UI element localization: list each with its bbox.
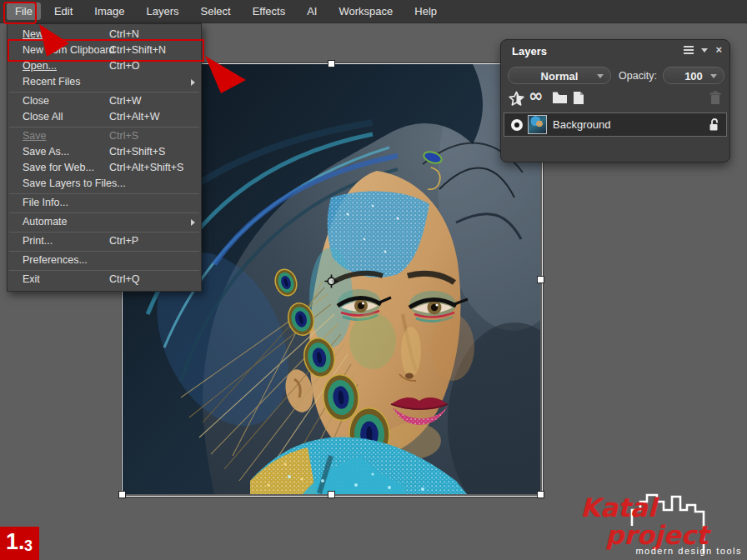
menu-item-label: New bbox=[23, 28, 43, 40]
menubar-item-file[interactable]: File bbox=[7, 2, 41, 20]
menu-item-close-all[interactable]: Close AllCtrl+Alt+W bbox=[8, 109, 201, 125]
menu-item-new[interactable]: NewCtrl+N bbox=[8, 27, 201, 42]
application-window: FileEditImageLayersSelectEffectsAIWorksp… bbox=[0, 0, 747, 560]
chevron-down-icon bbox=[710, 74, 717, 78]
menubar-item-select[interactable]: Select bbox=[193, 2, 239, 20]
delete-trash-icon bbox=[709, 91, 721, 105]
close-icon[interactable]: × bbox=[715, 45, 722, 55]
menu-item-close[interactable]: CloseCtrl+W bbox=[8, 93, 201, 109]
collapse-icon[interactable] bbox=[701, 48, 708, 52]
menu-item-label: Save bbox=[23, 130, 47, 142]
menu-item-label: Print... bbox=[23, 235, 53, 247]
menubar-item-workspace[interactable]: Workspace bbox=[330, 2, 401, 20]
menu-item-label: Preferences... bbox=[23, 254, 88, 266]
menu-item-open[interactable]: Open...Ctrl+O bbox=[8, 58, 201, 74]
menu-item-shortcut: Ctrl+Shift+N bbox=[109, 42, 166, 58]
menu-item-automate[interactable]: Automate bbox=[8, 214, 201, 230]
menubar-item-ai[interactable]: AI bbox=[298, 2, 325, 20]
menubar-item-layers[interactable]: Layers bbox=[138, 2, 188, 20]
transform-handle-right-middle[interactable] bbox=[537, 276, 544, 283]
menu-separator bbox=[9, 127, 199, 128]
menu-separator bbox=[9, 92, 199, 92]
mask-infinity-icon[interactable]: ∞ bbox=[529, 86, 544, 106]
katalproject-logo: Katal project modern design tools bbox=[577, 487, 745, 557]
menu-separator bbox=[9, 232, 199, 232]
transform-center-point-icon[interactable] bbox=[324, 274, 338, 288]
opacity-select[interactable]: 100 bbox=[663, 67, 724, 84]
menu-item-label: Exit bbox=[23, 273, 40, 285]
opacity-value: 100 bbox=[684, 70, 703, 82]
step-number-main: 1. bbox=[6, 529, 25, 555]
layers-panel: Layers × Normal Opacity: 100 ∞ bbox=[500, 39, 730, 162]
styles-star-icon[interactable] bbox=[509, 91, 524, 107]
menubar-item-image[interactable]: Image bbox=[86, 2, 133, 20]
menu-separator bbox=[9, 270, 199, 271]
logo-word1: Katal bbox=[580, 492, 659, 522]
menu-item-exit[interactable]: ExitCtrl+Q bbox=[8, 272, 201, 288]
menubar-item-help[interactable]: Help bbox=[406, 2, 445, 20]
menu-item-print[interactable]: Print...Ctrl+P bbox=[8, 233, 201, 249]
menu-item-label: Save Layers to Files... bbox=[23, 178, 126, 189]
menu-item-shortcut: Ctrl+Shift+S bbox=[109, 144, 165, 160]
menu-item-new-from-clipboard[interactable]: New from ClipboardCtrl+Shift+N bbox=[8, 42, 201, 58]
submenu-arrow-icon bbox=[191, 79, 195, 86]
menu-item-save: SaveCtrl+S bbox=[8, 128, 201, 144]
logo-tagline: modern design tools bbox=[635, 546, 742, 556]
menu-separator bbox=[9, 212, 199, 213]
menu-item-label: Save As... bbox=[23, 146, 69, 158]
transform-handle-bottom-right[interactable] bbox=[537, 491, 544, 498]
menu-separator bbox=[9, 251, 199, 252]
file-menu-dropdown: NewCtrl+NNew from ClipboardCtrl+Shift+NO… bbox=[7, 23, 202, 292]
menubar: FileEditImageLayersSelectEffectsAIWorksp… bbox=[0, 0, 747, 23]
menubar-item-effects[interactable]: Effects bbox=[244, 2, 294, 20]
layer-thumbnail[interactable] bbox=[528, 115, 547, 134]
visibility-icon[interactable] bbox=[511, 119, 523, 131]
menu-item-save-for-web[interactable]: Save for Web...Ctrl+Alt+Shift+S bbox=[8, 160, 201, 176]
menu-item-shortcut: Ctrl+O bbox=[109, 58, 139, 74]
menu-item-label: File Info... bbox=[23, 197, 68, 208]
menu-item-shortcut: Ctrl+S bbox=[109, 128, 138, 144]
menu-item-label: Open... bbox=[23, 60, 57, 72]
menu-item-shortcut: Ctrl+Alt+W bbox=[109, 109, 159, 125]
step-number-badge: 1. 3 bbox=[0, 527, 39, 560]
menu-item-save-layers-to-files[interactable]: Save Layers to Files... bbox=[8, 176, 201, 192]
panel-menu-icon[interactable] bbox=[684, 46, 694, 54]
menu-item-file-info[interactable]: File Info... bbox=[8, 195, 201, 211]
transform-handle-bottom-center[interactable] bbox=[328, 491, 335, 498]
menu-item-label: Automate bbox=[23, 216, 68, 228]
menu-item-shortcut: Ctrl+W bbox=[109, 93, 142, 109]
chevron-down-icon bbox=[597, 74, 604, 78]
menubar-items: FileEditImageLayersSelectEffectsAIWorksp… bbox=[7, 2, 450, 20]
layers-panel-header: Layers × bbox=[501, 40, 729, 62]
step-number-sub: 3 bbox=[24, 538, 33, 555]
layer-row-background[interactable]: Background bbox=[504, 112, 727, 137]
layers-panel-title: Layers bbox=[512, 45, 547, 58]
submenu-arrow-icon bbox=[191, 219, 195, 226]
menu-item-label: Recent Files bbox=[23, 76, 80, 88]
menu-item-shortcut: Ctrl+Q bbox=[109, 272, 139, 288]
layers-action-bar: ∞ bbox=[501, 89, 729, 109]
blend-mode-select[interactable]: Normal bbox=[508, 67, 611, 84]
menu-item-preferences[interactable]: Preferences... bbox=[8, 252, 201, 268]
menu-item-shortcut: Ctrl+N bbox=[109, 27, 139, 42]
menu-item-label: New from Clipboard bbox=[23, 44, 114, 56]
new-layer-page-icon[interactable] bbox=[573, 91, 584, 105]
menu-item-recent-files[interactable]: Recent Files bbox=[8, 74, 201, 90]
new-group-folder-icon[interactable] bbox=[552, 91, 568, 104]
menu-item-label: Close All bbox=[23, 111, 63, 122]
transform-handle-top-center[interactable] bbox=[328, 60, 335, 68]
unlocked-icon[interactable] bbox=[709, 118, 719, 132]
menu-item-label: Close bbox=[23, 95, 49, 107]
menubar-item-edit[interactable]: Edit bbox=[46, 2, 81, 20]
menu-separator bbox=[9, 193, 199, 194]
layer-name: Background bbox=[553, 118, 610, 131]
transform-handle-bottom-left[interactable] bbox=[118, 491, 126, 498]
blend-mode-value: Normal bbox=[541, 70, 579, 82]
file-menu-list: NewCtrl+NNew from ClipboardCtrl+Shift+NO… bbox=[8, 27, 201, 288]
menu-item-shortcut: Ctrl+P bbox=[109, 233, 138, 249]
opacity-label: Opacity: bbox=[619, 70, 657, 82]
menu-item-save-as[interactable]: Save As...Ctrl+Shift+S bbox=[8, 144, 201, 160]
menu-item-shortcut: Ctrl+Alt+Shift+S bbox=[109, 160, 183, 176]
menu-item-label: Save for Web... bbox=[23, 162, 94, 173]
